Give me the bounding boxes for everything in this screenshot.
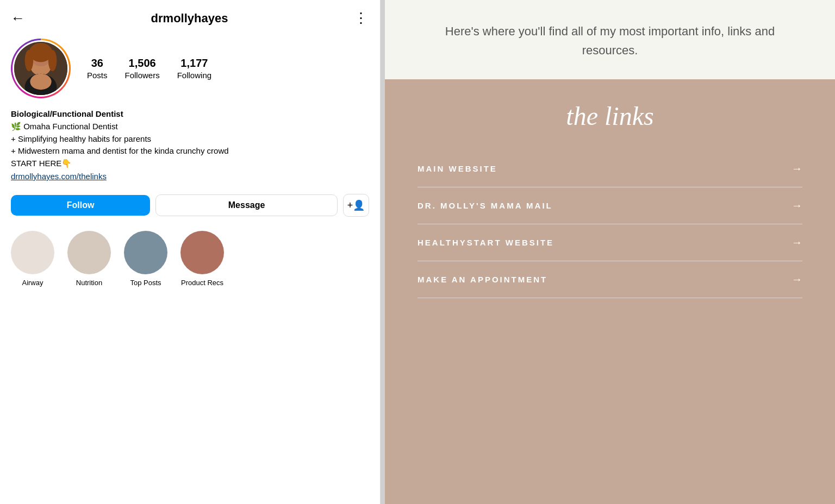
- links-panel: Here's where you'll find all of my most …: [385, 0, 835, 504]
- profile-username: drmollyhayes: [151, 11, 228, 26]
- avatar: [14, 42, 67, 95]
- follow-button[interactable]: Follow: [11, 195, 150, 216]
- highlight-product-recs-circle: [180, 231, 224, 274]
- link-healthystart-arrow: →: [792, 236, 802, 249]
- link-healthystart[interactable]: HEALTHYSTART WEBSITE →: [418, 224, 802, 261]
- instagram-profile-panel: ← drmollyhayes ⋮: [0, 0, 381, 504]
- back-button[interactable]: ←: [11, 10, 25, 27]
- bio-link[interactable]: drmollyhayes.com/thelinks: [11, 172, 369, 181]
- link-healthystart-label: HEALTHYSTART WEBSITE: [418, 238, 554, 247]
- profile-header: ← drmollyhayes ⋮: [0, 0, 380, 33]
- highlight-product-recs[interactable]: Product Recs: [180, 231, 224, 287]
- followers-count: 1,506: [129, 57, 156, 70]
- link-appointment[interactable]: MAKE AN APPOINTMENT →: [418, 261, 802, 298]
- following-label: Following: [177, 71, 211, 80]
- link-main-website-label: MAIN WEBSITE: [418, 164, 497, 173]
- intro-text: Here's where you'll find all of my most …: [418, 22, 802, 60]
- highlight-top-posts-circle: [124, 231, 167, 274]
- posts-stat[interactable]: 36 Posts: [87, 57, 108, 80]
- stats-row: 36 Posts 1,506 Followers 1,177 Following: [87, 57, 211, 80]
- highlight-product-recs-label: Product Recs: [181, 279, 223, 287]
- links-section: the links MAIN WEBSITE → DR. MOLLY'S MAM…: [385, 79, 835, 504]
- highlight-nutrition[interactable]: Nutrition: [67, 231, 111, 287]
- bio-section: Biological/Functional Dentist 🌿 Omaha Fu…: [0, 107, 380, 188]
- posts-count: 36: [91, 57, 103, 70]
- bio-line3: + Midwestern mama and dentist for the ki…: [11, 146, 229, 155]
- panel-divider: [381, 0, 385, 504]
- highlights-section: Airway Nutrition Top Posts Product Recs: [0, 225, 380, 292]
- avatar-inner: [13, 40, 69, 97]
- svg-point-5: [48, 50, 57, 71]
- following-stat[interactable]: 1,177 Following: [177, 57, 211, 80]
- bio-line4: START HERE👇: [11, 159, 72, 168]
- highlight-airway-label: Airway: [22, 279, 43, 287]
- following-count: 1,177: [180, 57, 208, 70]
- message-button[interactable]: Message: [155, 194, 338, 216]
- more-options-icon[interactable]: ⋮: [354, 10, 369, 27]
- highlight-top-posts-label: Top Posts: [130, 279, 161, 287]
- link-appointment-arrow: →: [792, 273, 802, 286]
- profile-stats-section: 36 Posts 1,506 Followers 1,177 Following: [0, 33, 380, 107]
- link-main-website[interactable]: MAIN WEBSITE →: [418, 150, 802, 187]
- add-person-icon: +👤: [347, 199, 365, 211]
- add-person-button[interactable]: +👤: [343, 194, 369, 217]
- highlight-top-posts[interactable]: Top Posts: [124, 231, 167, 287]
- bio-name: Biological/Functional Dentist: [11, 109, 369, 118]
- svg-point-4: [25, 50, 34, 71]
- posts-label: Posts: [87, 71, 108, 80]
- link-mama-mail[interactable]: DR. MOLLY'S MAMA MAIL →: [418, 187, 802, 224]
- highlight-airway-circle: [11, 231, 54, 274]
- link-appointment-label: MAKE AN APPOINTMENT: [418, 275, 547, 284]
- svg-point-7: [30, 74, 51, 90]
- avatar-wrapper[interactable]: [11, 39, 71, 98]
- link-mama-mail-label: DR. MOLLY'S MAMA MAIL: [418, 201, 553, 210]
- highlight-nutrition-circle: [67, 231, 111, 274]
- links-title: the links: [418, 101, 802, 131]
- intro-section: Here's where you'll find all of my most …: [385, 0, 835, 79]
- link-main-website-arrow: →: [792, 162, 802, 175]
- followers-label: Followers: [125, 71, 160, 80]
- highlight-nutrition-label: Nutrition: [76, 279, 102, 287]
- followers-stat[interactable]: 1,506 Followers: [125, 57, 160, 80]
- link-mama-mail-arrow: →: [792, 199, 802, 212]
- bio-line2: + Simplifying healthy habits for parents: [11, 134, 151, 143]
- action-buttons: Follow Message +👤: [0, 188, 380, 225]
- bio-text: 🌿 Omaha Functional Dentist + Simplifying…: [11, 121, 369, 169]
- highlight-airway[interactable]: Airway: [11, 231, 54, 287]
- bio-line1: 🌿 Omaha Functional Dentist: [11, 122, 118, 131]
